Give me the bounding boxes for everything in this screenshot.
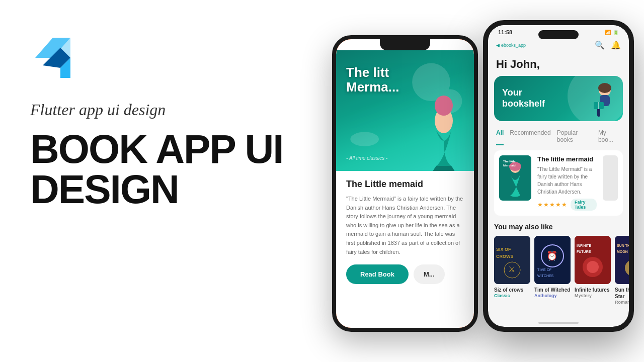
more-button[interactable]: M... [414, 264, 445, 284]
phone-notch-front [538, 30, 579, 39]
book-thumb-sun: SUN THE MOON STAR [615, 236, 629, 284]
phone-notch-back [380, 39, 430, 50]
svg-rect-35 [615, 236, 629, 284]
featured-book-info: The little mermaid "The Little Mermaid" … [537, 155, 597, 211]
svg-text:TIME OF: TIME OF [537, 268, 551, 272]
tab-recommended[interactable]: Recommended [510, 129, 550, 145]
phone-back: 7:33 The littMerma... - All time classic… [332, 35, 478, 332]
book-card-inf[interactable]: INFINITE FUTURE Infinite futures Mystery [575, 236, 611, 305]
svg-text:INFINITE: INFINITE [577, 244, 591, 247]
star-rating: ★★★★★ [537, 201, 568, 208]
back-arrow-icon: ◀ [496, 43, 500, 48]
book-card-genre-tim: Anthology [534, 293, 571, 298]
status-time-front: 11:58 [498, 29, 512, 35]
book-card-title-inf: Infinite futures [575, 287, 611, 293]
app-back-label[interactable]: ◀ ebooks_app [496, 43, 526, 48]
app-header: ◀ ebooks_app 🔍 🔔 [488, 37, 629, 54]
svg-text:SIX OF: SIX OF [496, 247, 511, 252]
svg-text:The little: The little [503, 160, 516, 163]
book-card-title-tim: Tim of Witched [534, 287, 571, 293]
book-cover: The littMerma... - All time classics - [336, 50, 474, 171]
phone-front: 11:58 📶 🔋 ◀ ebooks_app 🔍 🔔 Hi [483, 20, 634, 332]
featured-book-row: The little Mermaid The little mermaid "T… [494, 150, 623, 216]
svg-text:⏰: ⏰ [546, 250, 558, 261]
svg-text:MOON STAR: MOON STAR [617, 250, 629, 253]
svg-text:Mermaid: Mermaid [503, 164, 516, 167]
app-name-label: ebooks_app [501, 43, 526, 48]
greeting-text: Hi John, [496, 58, 621, 71]
search-icon[interactable]: 🔍 [595, 40, 605, 50]
book-thumb-tim: ⏰ TIME OF WITCHES [534, 236, 571, 284]
svg-text:⚔: ⚔ [508, 265, 515, 274]
home-indicator [538, 322, 579, 324]
svg-point-9 [435, 96, 453, 116]
greeting-section: Hi John, [488, 54, 629, 76]
svg-text:WITCHES: WITCHES [537, 274, 554, 278]
books-grid: SIX OF CROWS ⚔ Siz of crows Classic [488, 236, 629, 305]
book-card-title-sun: Sun the Moon Star [615, 287, 629, 300]
main-title-line1: BOOK APP UI [30, 129, 322, 169]
book-card-tim[interactable]: ⏰ TIME OF WITCHES Tim of Witched Antholo… [534, 236, 571, 305]
svg-text:SUN THE: SUN THE [617, 244, 629, 247]
text-section: Flutter app ui design BOOK APP UI DESIGN [30, 101, 322, 210]
svg-point-34 [587, 261, 599, 273]
read-book-button[interactable]: Read Book [346, 264, 409, 284]
mermaid-figure [424, 90, 464, 171]
tab-all[interactable]: All [496, 129, 504, 145]
wifi-icon: 📶 [605, 30, 611, 35]
subtitle: Flutter app ui design [30, 101, 322, 119]
star-row: ★★★★★ Fairy Tales [537, 199, 597, 211]
bookshelf-banner[interactable]: Yourbookshelf [494, 76, 623, 121]
bookshelf-label: Yourbookshelf [502, 87, 545, 109]
svg-point-11 [598, 83, 611, 93]
tab-popular[interactable]: Popular books [557, 129, 592, 145]
genre-tag: Fairy Tales [571, 199, 597, 211]
svg-text:FUTURE: FUTURE [577, 250, 591, 253]
book-cover-subtitle: - All time classics - [346, 155, 387, 161]
section-title-recommendations: You may also like [488, 223, 629, 236]
svg-rect-20 [494, 236, 530, 284]
book-buttons: Read Book M... [346, 264, 464, 284]
book-card-genre-inf: Mystery [575, 293, 611, 298]
svg-text:CROWS: CROWS [496, 254, 514, 259]
book-detail: The Little memaid "The Little Mermaid" i… [336, 171, 474, 292]
battery-icon: 🔋 [613, 30, 619, 35]
book-card-siz[interactable]: SIX OF CROWS ⚔ Siz of crows Classic [494, 236, 530, 305]
main-title: BOOK APP UI DESIGN [30, 129, 322, 210]
status-right: 📶 🔋 [605, 30, 619, 35]
books-list: The little Mermaid The little mermaid "T… [488, 150, 629, 216]
featured-book-cover: The little Mermaid [499, 155, 531, 201]
main-title-line2: DESIGN [30, 169, 322, 210]
featured-book-title: The little mermaid [537, 155, 597, 163]
featured-book-desc: "The Little Mermaid" is a fairy tale wri… [537, 165, 597, 196]
book-card-genre-sun: Romance [615, 300, 629, 305]
bell-icon[interactable]: 🔔 [611, 40, 621, 50]
book-card-sun[interactable]: SUN THE MOON STAR Sun the Moon Star Roma… [615, 236, 629, 305]
book-thumb-siz: SIX OF CROWS ⚔ [494, 236, 530, 284]
book-cover-title: The littMerma... [346, 65, 399, 94]
phones-container: 7:33 The littMerma... - All time classic… [322, 20, 634, 352]
tab-my-books[interactable]: My boo... [598, 129, 621, 145]
bookshelf-figure [584, 81, 619, 121]
flutter-logo [30, 30, 80, 80]
svg-point-6 [350, 132, 379, 146]
book-card-title-siz: Siz of crows [494, 287, 530, 293]
header-icons: 🔍 🔔 [595, 40, 621, 50]
next-book-partial [603, 155, 618, 201]
book-card-genre-siz: Classic [494, 293, 530, 298]
book-detail-title: The Little memaid [346, 179, 464, 190]
book-thumb-inf: INFINITE FUTURE [575, 236, 611, 284]
tabs-row: All Recommended Popular books My boo... [488, 127, 629, 150]
book-detail-text: "The Little Mermaid" is a fairy tale wri… [346, 195, 464, 256]
status-time-back: 7:33 [345, 42, 356, 50]
